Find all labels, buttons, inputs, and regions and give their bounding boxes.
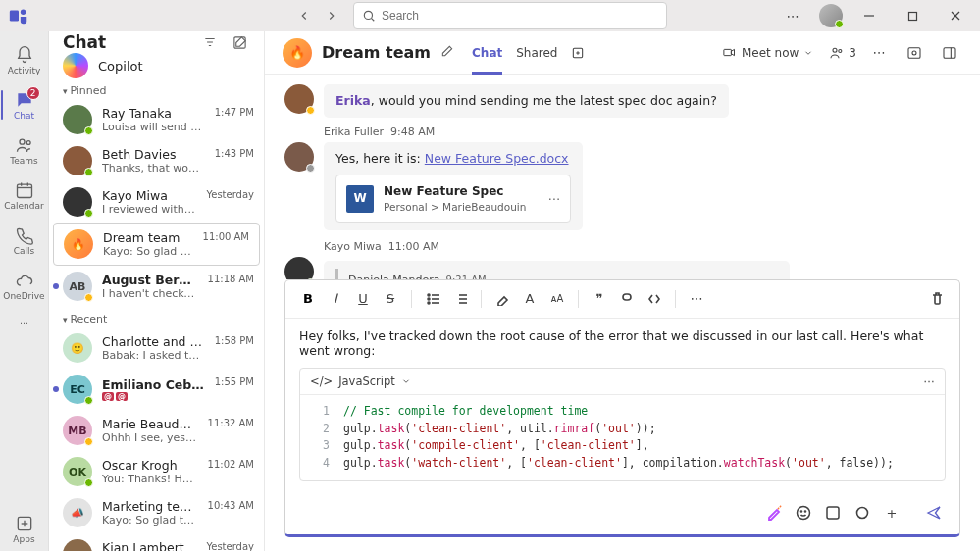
svg-rect-0 [10,11,19,22]
delete-button[interactable] [924,286,950,312]
bullets-button[interactable] [420,286,445,312]
code-language[interactable]: JavaScript [338,375,395,388]
highlight-button[interactable] [490,286,515,312]
chat-item[interactable]: 📣 Marketing team syncKayo: So glad to he… [49,492,264,533]
underline-button[interactable]: U [350,286,376,312]
rail-more[interactable]: ⋯ [1,308,48,337]
rail-calendar[interactable]: Calendar [1,173,48,218]
add-tab-button[interactable] [571,31,585,75]
code-more[interactable]: ⋯ [924,375,936,388]
tab-shared[interactable]: Shared [516,31,557,75]
quote-button[interactable]: ❞ [587,286,612,312]
ai-rewrite-button[interactable] [761,500,787,526]
chat-item[interactable]: Kayo MiwaI reviewed with the client on T… [49,181,264,223]
chevron-down-icon[interactable] [401,376,411,386]
forward-button[interactable] [318,2,345,29]
rail-calls[interactable]: Calls [1,218,48,263]
add-button[interactable]: + [879,500,904,526]
italic-button[interactable]: I [323,286,348,312]
rail-activity[interactable]: Activity [1,37,48,82]
recent-list: 🙂 Charlotte and BabakBabak: I asked the … [49,327,264,551]
chat-title: Kayo Miwa [102,188,196,203]
svg-rect-24 [724,49,732,55]
rail-apps[interactable]: Apps [1,506,48,551]
people-icon [829,45,845,61]
link-button[interactable] [614,286,640,312]
compose-box[interactable]: B I U S A ᴀA ❞ ⋯ [284,279,960,537]
strike-button[interactable]: S [378,286,403,312]
compose-editor[interactable]: Hey folks, I've tracked down the root ca… [285,319,959,491]
new-chat-button[interactable] [229,31,250,53]
code-block[interactable]: </> JavaScript ⋯ 1// Fast compile for de… [299,368,946,481]
chat-preview: Kayo: So glad to hear that the r… [102,514,198,526]
file-card-more[interactable]: ⋯ [548,190,561,208]
chat-item[interactable]: Kian LambertHave you run this by Beth? M… [49,533,264,551]
pinned-section[interactable]: Pinned [49,78,264,99]
copilot-pane-button[interactable] [902,40,927,66]
message-bubble[interactable]: Daniela Mandera9:21 AM Here is the lates… [324,261,790,278]
avatar: 🙂 [63,333,92,363]
font-color-button[interactable]: A [517,286,542,312]
teams-logo [8,5,29,26]
recent-section[interactable]: Recent [49,307,264,327]
code-body[interactable]: 1// Fast compile for development time 2g… [300,395,945,480]
chat-time: 11:18 AM [208,272,254,284]
mention[interactable]: Erika [335,93,371,108]
numbers-button[interactable] [447,286,473,312]
chat-item[interactable]: Beth DaviesThanks, that would be nice. 1… [49,140,264,181]
chat-item-selected[interactable]: 🔥 Dream teamKayo: So glad to hear that t… [53,223,260,266]
chat-time: Yesterday [206,187,254,200]
loop-button[interactable] [850,500,875,526]
chat-time: 1:58 PM [215,333,254,346]
chat-item[interactable]: EC Emiliano Ceballos@@ 1:55 PM [49,369,264,410]
chat-title: Ray Tanaka [102,106,205,121]
more-button[interactable]: ⋯ [776,2,809,29]
message-sender: Erika Fuller [324,125,384,138]
search-input[interactable] [382,9,658,23]
filter-button[interactable] [199,31,221,53]
file-card[interactable]: W New Feature Spec Personal > MarieBeaud… [335,175,571,223]
send-button[interactable] [920,499,948,526]
chat-item[interactable]: MB Marie BeaudouinOhhh I see, yes let me… [49,410,264,451]
open-pane-button[interactable] [937,40,962,66]
rail-label: Calls [14,246,35,256]
back-button[interactable] [290,2,318,29]
unread-indicator [53,386,59,392]
chat-list-header: Chat [49,31,264,53]
conversation-panel: 🔥 Dream team Chat Shared Meet now 3 ⋯ [265,31,980,551]
emoji-button[interactable] [791,500,816,526]
chat-item[interactable]: OK Oscar KroghYou: Thanks! Have a nice d… [49,451,264,492]
rail-onedrive[interactable]: OneDrive [1,263,48,308]
giphy-button[interactable] [820,500,846,526]
toolbar-more[interactable]: ⋯ [684,286,709,312]
copilot-item[interactable]: Copilot [49,53,264,78]
chat-item[interactable]: 🙂 Charlotte and BabakBabak: I asked the … [49,327,264,369]
rail-teams[interactable]: Teams [1,127,48,173]
message-bubble[interactable]: Yes, here it is: New Feature Spec.docx W… [324,142,583,231]
avatar: MB [63,416,92,445]
chat-item[interactable]: Ray TanakaLouisa will send the initial l… [49,99,264,140]
bold-button[interactable]: B [295,286,321,312]
window-close[interactable] [939,2,972,29]
messages-scroll[interactable]: Erika, would you mind sending me the lat… [265,75,980,279]
code-button[interactable] [642,286,667,312]
search-box[interactable] [353,2,667,29]
rail-chat[interactable]: 2 Chat [1,82,48,127]
window-maximize[interactable] [896,2,929,29]
chat-item[interactable]: AB August BergmanI haven't checked avail… [49,266,264,307]
mentions-row: @@ [102,392,205,401]
chat-time: 10:43 AM [208,498,254,511]
people-button[interactable]: 3 [829,45,856,61]
meet-now-button[interactable]: Meet now [716,41,819,64]
font-size-button[interactable]: ᴀA [544,286,570,312]
tab-chat[interactable]: Chat [472,31,502,75]
message-bubble[interactable]: Erika, would you mind sending me the lat… [324,84,729,118]
edit-title-button[interactable] [440,44,454,61]
rail-label: OneDrive [3,291,44,301]
avatar [63,146,92,175]
header-more-button[interactable]: ⋯ [866,40,892,66]
word-icon: W [346,185,374,213]
message-link[interactable]: New Feature Spec.docx [425,151,569,166]
window-minimize[interactable] [852,2,886,29]
user-avatar[interactable] [819,4,843,27]
